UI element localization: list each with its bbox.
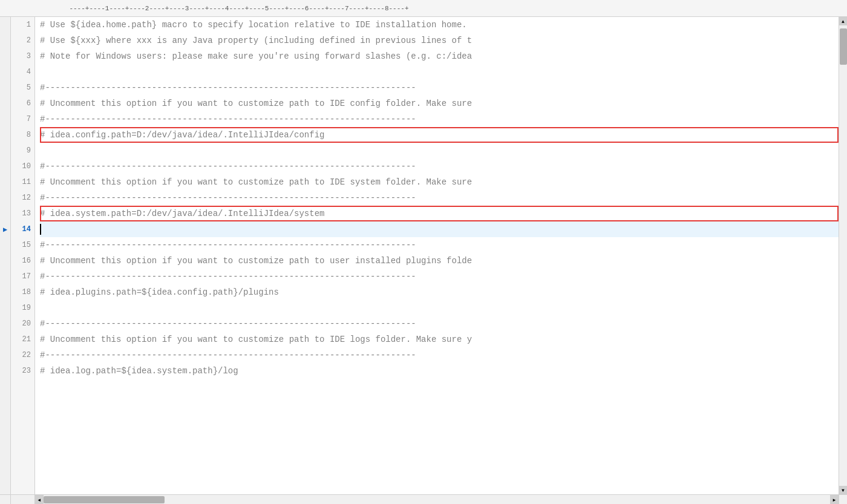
fold-indicator-1 <box>0 17 10 33</box>
fold-indicator-9 <box>0 143 10 159</box>
bottom-scroll-left-button[interactable]: ◄ <box>35 495 44 504</box>
code-line-11: # Uncomment this option if you want to c… <box>40 174 839 190</box>
bottom-line-num-corner <box>11 495 35 504</box>
scrollbar-down-button[interactable]: ▼ <box>839 486 848 494</box>
fold-indicator-23 <box>0 363 10 379</box>
fold-indicator-19 <box>0 300 10 316</box>
code-line-1: # Use ${idea.home.path} macro to specify… <box>40 17 839 33</box>
text-cursor <box>40 224 41 235</box>
line-number-16: 16 <box>11 253 34 269</box>
line-number-2: 2 <box>11 33 34 48</box>
fold-indicator-2 <box>0 33 10 48</box>
bottom-scrollbar-track[interactable] <box>44 495 830 504</box>
code-text-11: # Uncomment this option if you want to c… <box>40 177 472 187</box>
code-line-13: # idea.system.path=D:/dev/java/idea/.Int… <box>40 206 839 221</box>
bottom-scroll-right-button[interactable]: ► <box>830 495 839 504</box>
ruler: ----+----1----+----2----+----3----+----4… <box>0 0 847 17</box>
bottom-scrollbar-area: ◄ ► <box>0 494 847 504</box>
fold-indicator-5 <box>0 80 10 96</box>
fold-indicator-10 <box>0 159 10 174</box>
fold-indicator-3 <box>0 48 10 64</box>
fold-indicator-20 <box>0 316 10 332</box>
fold-indicator-12 <box>0 190 10 206</box>
editor-container: ----+----1----+----2----+----3----+----4… <box>0 0 847 504</box>
line-numbers: 1234567891011121314151617181920212223 <box>11 17 35 494</box>
line-number-1: 1 <box>11 17 34 33</box>
fold-indicator-14: ▶ <box>0 221 10 237</box>
code-line-14 <box>40 221 839 237</box>
code-line-16: # Uncomment this option if you want to c… <box>40 253 839 269</box>
line-number-14: 14 <box>11 221 34 237</box>
line-number-15: 15 <box>11 237 34 253</box>
line-number-23: 23 <box>11 363 34 379</box>
code-text-20: #---------------------------------------… <box>40 319 416 329</box>
code-line-19 <box>40 300 839 316</box>
code-text-3: # Note for Windows users: please make su… <box>40 51 472 61</box>
right-scrollbar[interactable]: ▲ ▼ <box>839 17 847 494</box>
line-number-20: 20 <box>11 316 34 332</box>
code-text-13: # idea.system.path=D:/dev/java/idea/.Int… <box>40 209 324 218</box>
fold-indicator-18 <box>0 284 10 300</box>
code-line-22: #---------------------------------------… <box>40 347 839 363</box>
line-number-18: 18 <box>11 284 34 300</box>
code-line-4 <box>40 64 839 80</box>
code-text-1: # Use ${idea.home.path} macro to specify… <box>40 20 467 30</box>
line-number-8: 8 <box>11 127 34 143</box>
code-line-20: #---------------------------------------… <box>40 316 839 332</box>
fold-indicator-11 <box>0 174 10 190</box>
code-line-3: # Note for Windows users: please make su… <box>40 48 839 64</box>
code-text-5: #---------------------------------------… <box>40 83 416 93</box>
code-text-2: # Use ${xxx} where xxx is any Java prope… <box>40 36 472 45</box>
fold-indicator-15 <box>0 237 10 253</box>
line-number-6: 6 <box>11 96 34 111</box>
line-number-10: 10 <box>11 159 34 174</box>
code-line-2: # Use ${xxx} where xxx is any Java prope… <box>40 33 839 48</box>
code-text-21: # Uncomment this option if you want to c… <box>40 335 472 344</box>
code-line-15: #---------------------------------------… <box>40 237 839 253</box>
code-line-21: # Uncomment this option if you want to c… <box>40 332 839 347</box>
fold-indicators: ▶ <box>0 17 11 494</box>
fold-indicator-21 <box>0 332 10 347</box>
line-number-12: 12 <box>11 190 34 206</box>
line-number-11: 11 <box>11 174 34 190</box>
bottom-left-corner <box>0 495 11 504</box>
line-number-5: 5 <box>11 80 34 96</box>
bottom-right-corner <box>839 495 847 504</box>
code-line-8: # idea.config.path=D:/dev/java/idea/.Int… <box>40 127 839 143</box>
line-number-21: 21 <box>11 332 34 347</box>
code-text-12: #---------------------------------------… <box>40 193 416 203</box>
scrollbar-thumb[interactable] <box>840 28 847 65</box>
bottom-scrollbar-thumb[interactable] <box>44 496 165 503</box>
code-area[interactable]: # Use ${idea.home.path} macro to specify… <box>35 17 839 494</box>
code-text-15: #---------------------------------------… <box>40 240 416 250</box>
fold-arrow-14[interactable]: ▶ <box>3 225 7 234</box>
line-number-19: 19 <box>11 300 34 316</box>
fold-indicator-16 <box>0 253 10 269</box>
code-line-9 <box>40 143 839 159</box>
line-number-17: 17 <box>11 269 34 284</box>
line-number-22: 22 <box>11 347 34 363</box>
line-number-13: 13 <box>11 206 34 221</box>
code-line-7: #---------------------------------------… <box>40 111 839 127</box>
fold-indicator-6 <box>0 96 10 111</box>
code-line-17: #---------------------------------------… <box>40 269 839 284</box>
code-line-12: #---------------------------------------… <box>40 190 839 206</box>
fold-indicator-17 <box>0 269 10 284</box>
scrollbar-track[interactable] <box>839 25 848 486</box>
fold-indicator-4 <box>0 64 10 80</box>
code-text-8: # idea.config.path=D:/dev/java/idea/.Int… <box>40 130 324 140</box>
code-line-23: # idea.log.path=${idea.system.path}/log <box>40 363 839 379</box>
code-text-23: # idea.log.path=${idea.system.path}/log <box>40 366 238 376</box>
editor-body: ▶ 1234567891011121314151617181920212223 … <box>0 17 847 494</box>
code-line-6: # Uncomment this option if you want to c… <box>40 96 839 111</box>
ruler-content: ----+----1----+----2----+----3----+----4… <box>33 5 409 12</box>
line-number-7: 7 <box>11 111 34 127</box>
scrollbar-up-button[interactable]: ▲ <box>839 17 848 25</box>
line-number-9: 9 <box>11 143 34 159</box>
code-line-18: # idea.plugins.path=${idea.config.path}/… <box>40 284 839 300</box>
code-text-18: # idea.plugins.path=${idea.config.path}/… <box>40 287 279 297</box>
code-text-16: # Uncomment this option if you want to c… <box>40 256 472 266</box>
fold-indicator-22 <box>0 347 10 363</box>
fold-indicator-8 <box>0 127 10 143</box>
code-text-7: #---------------------------------------… <box>40 114 416 124</box>
